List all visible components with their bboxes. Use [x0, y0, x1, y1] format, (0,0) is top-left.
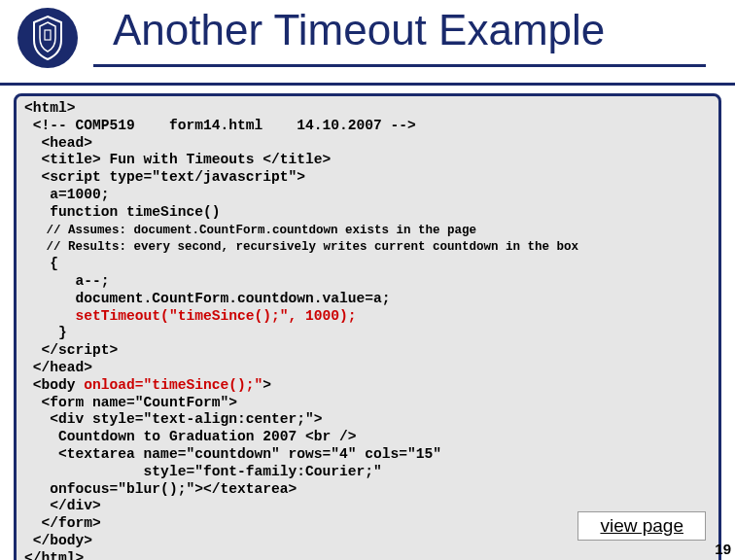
code-line: a=1000;: [24, 187, 110, 202]
code-line: </script>: [24, 342, 118, 358]
code-line: <title> Fun with Timeouts </title>: [24, 152, 331, 167]
code-line: <head>: [24, 135, 92, 151]
svg-rect-0: [45, 30, 51, 40]
code-line: document.CountForm.countdown.value=a;: [24, 291, 391, 306]
shield-icon: [28, 15, 67, 61]
view-page-link-wrapper: view page: [578, 511, 706, 541]
code-line: function timeSince(): [24, 204, 220, 220]
code-block: <html> <!-- COMP519 form14.html 14.10.20…: [14, 93, 721, 560]
code-line: <script type="text/javascript">: [24, 169, 305, 185]
page-number: 19: [715, 541, 731, 557]
code-line: </form>: [24, 515, 101, 531]
code-line: a--;: [24, 273, 110, 289]
code-line: <form name="CountForm">: [24, 395, 237, 410]
slide-title: Another Timeout Example: [113, 6, 605, 54]
code-line: onfocus="blur();"></textarea>: [24, 481, 297, 497]
code-line: {: [24, 256, 58, 271]
code-line: <div style="text-align:center;">: [24, 411, 323, 427]
code-line: </body>: [24, 533, 92, 548]
code-line: </div>: [24, 498, 101, 513]
code-line: }: [24, 325, 67, 340]
code-comment: // Results: every second, recursively wr…: [24, 240, 578, 254]
code-line: </head>: [24, 360, 92, 375]
code-line: <html>: [24, 100, 76, 116]
code-line: </html>: [24, 550, 84, 560]
view-page-link[interactable]: view page: [578, 511, 706, 541]
code-line: <body onload="timeSince();">: [24, 377, 271, 393]
title-underline: [93, 64, 706, 67]
logo-icon: [18, 8, 78, 68]
code-line: setTimeout("timeSince();", 1000);: [24, 308, 357, 324]
slide-header: Another Timeout Example: [0, 0, 735, 86]
code-comment: // Assumes: document.CountForm.countdown…: [24, 224, 476, 237]
code-line: Countdown to Graduation 2007 <br />: [24, 429, 357, 444]
code-line: <!-- COMP519 form14.html 14.10.2007 -->: [24, 118, 416, 133]
code-line: style="font-family:Courier;": [24, 464, 382, 479]
code-line: <textarea name="countdown" rows="4" cols…: [24, 446, 441, 462]
